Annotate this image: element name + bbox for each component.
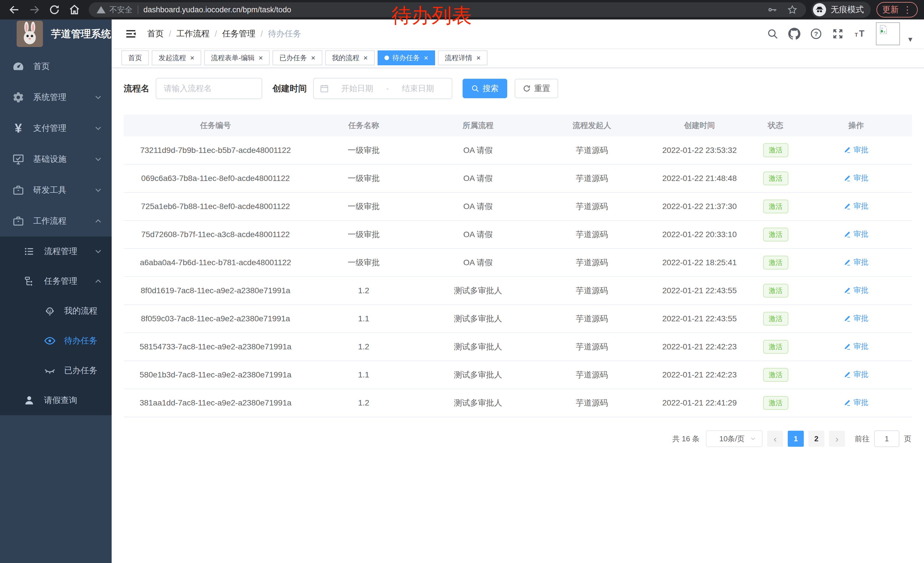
sidebar-item-process-manage[interactable]: 流程管理	[0, 237, 112, 266]
edit-icon	[844, 174, 851, 182]
sidebar-item-label: 研发工具	[33, 185, 66, 196]
breadcrumb-home[interactable]: 首页	[147, 28, 164, 39]
reset-button[interactable]: 重置	[514, 79, 558, 98]
search-button[interactable]: 搜索	[463, 79, 507, 98]
approve-link[interactable]: 审批	[844, 398, 868, 407]
avatar[interactable]	[876, 23, 900, 45]
goto-page-input[interactable]	[874, 431, 899, 447]
cell-starter: 芋道源码	[536, 192, 648, 221]
security-label: 不安全	[110, 5, 132, 15]
approve-link[interactable]: 审批	[844, 369, 868, 380]
avatar-caret-icon[interactable]: ▼	[907, 36, 914, 44]
edit-icon	[844, 146, 851, 153]
goto-suffix: 页	[904, 434, 911, 444]
tab[interactable]: 已办任务 ×	[273, 50, 322, 65]
search-button-label: 搜索	[483, 83, 499, 94]
approve-link[interactable]: 审批	[844, 257, 868, 267]
cell-created: 2022-01-21 22:42:23	[648, 333, 751, 361]
github-button[interactable]	[788, 27, 801, 41]
forward-icon	[28, 4, 40, 16]
sidebar-item-system[interactable]: 系统管理	[0, 82, 112, 113]
kebab-menu-icon[interactable]: ⋮	[903, 5, 912, 14]
approve-link[interactable]: 审批	[844, 313, 868, 323]
sidebar-item-devtools[interactable]: 研发工具	[0, 175, 112, 206]
page-size-select[interactable]: 10条/页	[706, 431, 762, 447]
sidebar-item-workflow[interactable]: 工作流程	[0, 206, 112, 237]
date-range-picker[interactable]: 开始日期 - 结束日期	[313, 78, 452, 99]
sidebar-item-label: 系统管理	[33, 92, 66, 103]
sidebar-item-home[interactable]: 首页	[0, 51, 112, 82]
sidebar-item-todo-task[interactable]: 待办任务	[0, 326, 112, 356]
tab[interactable]: 首页	[122, 50, 149, 65]
password-key-button[interactable]	[766, 3, 778, 16]
sidebar-item-infra[interactable]: 基础设施	[0, 144, 112, 175]
cell-created: 2022-01-22 21:37:30	[648, 192, 751, 221]
tab[interactable]: 发起流程 ×	[152, 50, 201, 65]
approve-link[interactable]: 审批	[844, 201, 868, 211]
cell-starter: 芋道源码	[536, 221, 648, 249]
sidebar-item-task-manage[interactable]: 任务管理	[0, 266, 112, 296]
help-button[interactable]: ?	[810, 27, 823, 41]
sidebar-item-leave-query[interactable]: 请假查询	[0, 386, 112, 415]
logo[interactable]: 芋道管理系统	[0, 20, 112, 48]
sidebar-item-done-task[interactable]: 已办任务	[0, 356, 112, 386]
sidebar-item-label: 已办任务	[64, 365, 98, 376]
cell-task-id: 381aa1dd-7ac8-11ec-a9e2-a2380e71991a	[124, 389, 308, 417]
tab-close-icon[interactable]: ×	[424, 54, 428, 62]
cell-starter: 芋道源码	[536, 277, 648, 305]
approve-link-label: 审批	[853, 398, 868, 407]
reload-button[interactable]	[46, 2, 62, 18]
sidebar-item-my-process[interactable]: 我的流程	[0, 296, 112, 326]
cell-process: OA 请假	[420, 136, 536, 164]
edit-icon	[844, 399, 851, 406]
sidebar-item-payment[interactable]: ¥ 支付管理	[0, 113, 112, 144]
tab-close-icon[interactable]: ×	[476, 54, 481, 62]
browser-update-button[interactable]: 更新 ⋮	[876, 2, 918, 18]
chevron-down-icon	[93, 185, 103, 195]
cell-task-id: 73211d9d-7b9b-11ec-b5b7-acde48001122	[124, 136, 308, 164]
home-button[interactable]	[66, 2, 82, 18]
back-button[interactable]	[6, 2, 22, 18]
approve-link-label: 审批	[853, 341, 868, 351]
table-header-row: 任务编号 任务名称 所属流程 流程发起人 创建时间 状态 操作	[124, 114, 912, 136]
status-badge: 激活	[763, 228, 788, 242]
tab-close-icon[interactable]: ×	[311, 54, 315, 62]
status-badge: 激活	[763, 340, 788, 354]
prev-page-button[interactable]: ‹	[767, 431, 783, 447]
tab-close-icon[interactable]: ×	[258, 54, 263, 62]
page-button-2[interactable]: 2	[808, 431, 824, 447]
cell-created: 2022-01-21 22:43:55	[648, 305, 751, 333]
task-table: 任务编号 任务名称 所属流程 流程发起人 创建时间 状态 操作 73211d9d…	[124, 114, 912, 417]
tab-close-icon[interactable]: ×	[190, 54, 194, 62]
process-name-input[interactable]	[156, 78, 262, 99]
forward-button[interactable]	[26, 2, 42, 18]
approve-link[interactable]: 审批	[844, 229, 868, 239]
font-size-button[interactable]: TT	[853, 27, 866, 41]
tab[interactable]: 我的流程 ×	[325, 50, 375, 65]
tab-label: 流程详情	[445, 53, 472, 62]
cell-created: 2022-01-21 22:42:23	[648, 361, 751, 389]
address-bar[interactable]: 不安全 dashboard.yudao.iocoder.cn/bpm/task/…	[89, 2, 806, 17]
approve-link[interactable]: 审批	[844, 285, 868, 295]
approve-link[interactable]: 审批	[844, 145, 868, 155]
page-button-1[interactable]: 1	[788, 431, 804, 447]
breadcrumb-workflow[interactable]: 工作流程	[176, 28, 210, 39]
start-date-placeholder: 开始日期	[329, 83, 385, 94]
fullscreen-button[interactable]	[831, 27, 844, 41]
next-page-button[interactable]: ›	[829, 431, 845, 447]
sidebar-item-label: 支付管理	[33, 123, 66, 134]
tab[interactable]: 流程表单-编辑 ×	[204, 50, 270, 65]
sidebar-item-label: 首页	[33, 61, 50, 72]
breadcrumb-task-manage[interactable]: 任务管理	[222, 28, 255, 39]
approve-link[interactable]: 审批	[844, 173, 868, 183]
sidebar-toggle-button[interactable]	[124, 27, 137, 41]
tab[interactable]: 流程详情 ×	[438, 50, 488, 65]
header-search-button[interactable]	[766, 27, 779, 41]
update-label: 更新	[882, 4, 899, 15]
bookmark-star-button[interactable]	[786, 3, 799, 16]
column-created: 创建时间	[648, 114, 751, 136]
tab[interactable]: 待办任务 ×	[378, 50, 435, 65]
tab-close-icon[interactable]: ×	[363, 54, 368, 62]
cell-task-name: 1.1	[308, 361, 420, 389]
approve-link[interactable]: 审批	[844, 341, 868, 351]
